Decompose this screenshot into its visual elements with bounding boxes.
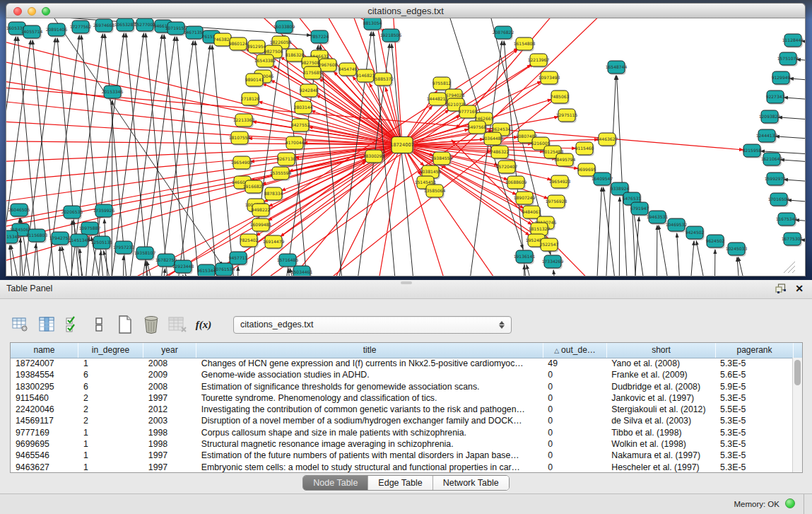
graph-node[interactable] (382, 29, 399, 42)
graph-node[interactable] (245, 180, 262, 193)
table-cell[interactable]: 0 (543, 462, 606, 472)
table-row[interactable]: 969969511998Structural magnetic resonanc… (11, 438, 793, 450)
graph-node[interactable] (551, 90, 568, 103)
graph-node[interactable] (668, 218, 685, 231)
table-cell[interactable]: 6 (78, 369, 143, 380)
table-cell[interactable]: Wolkin et al. (1998) (606, 438, 715, 450)
table-cell[interactable]: 2 (78, 392, 143, 404)
graph-node[interactable] (551, 175, 568, 188)
table-cell[interactable]: 0 (543, 381, 606, 392)
graph-node[interactable] (104, 86, 121, 98)
graph-node[interactable] (761, 110, 778, 123)
table-cell[interactable]: 5.3E-5 (715, 415, 793, 426)
table-cell[interactable]: 9777169 (11, 427, 78, 438)
graph-node[interactable] (495, 26, 512, 39)
graph-node[interactable] (115, 241, 132, 254)
graph-node[interactable] (186, 26, 203, 39)
graph-node[interactable] (523, 206, 540, 218)
graph-node[interactable] (230, 252, 247, 264)
table-cell[interactable]: 0 (543, 392, 606, 404)
table-panel-header[interactable]: Table Panel ✕ (0, 280, 812, 299)
table-cell[interactable]: 5.3E-5 (715, 438, 793, 450)
table-cell[interactable]: 5.3E-5 (715, 450, 793, 461)
table-row[interactable]: 1830029562008Estimation of significance … (11, 381, 793, 392)
graph-node[interactable] (433, 152, 450, 165)
graph-node[interactable] (507, 176, 524, 189)
table-cell[interactable]: Embryonic stem cells: a model to study s… (196, 462, 543, 472)
graph-node[interactable] (295, 101, 312, 114)
table-cell[interactable]: 2003 (143, 415, 196, 426)
graph-node[interactable] (608, 61, 625, 74)
graph-node[interactable] (778, 213, 795, 226)
graph-node[interactable] (246, 74, 263, 86)
table-cell[interactable]: 1 (78, 358, 143, 369)
graph-node[interactable] (175, 260, 192, 273)
table-cell[interactable]: 2012 (143, 404, 196, 415)
table-cell[interactable]: 5.5E-5 (715, 404, 793, 415)
graph-node[interactable] (357, 69, 374, 82)
close-panel-icon[interactable]: ✕ (795, 283, 804, 294)
table-cell[interactable]: 1998 (143, 438, 196, 450)
graph-node[interactable] (198, 264, 215, 276)
table-cell[interactable]: Dudbridge et al. (2008) (606, 381, 715, 392)
table-cell[interactable]: 2 (78, 415, 143, 426)
graph-node[interactable] (71, 234, 88, 247)
column-visibility-icon[interactable] (37, 315, 56, 334)
graph-node[interactable] (95, 19, 112, 32)
delete-rows-icon[interactable] (142, 315, 160, 334)
graph-node[interactable] (576, 142, 593, 155)
function-builder-icon[interactable]: f(x) (194, 315, 213, 334)
graph-node[interactable] (311, 30, 328, 43)
new-table-icon[interactable] (116, 315, 134, 334)
graph-node[interactable] (6, 230, 18, 243)
table-cell[interactable]: 0 (543, 438, 606, 450)
table-cell[interactable]: 1 (78, 462, 143, 472)
table-cell[interactable]: 9699695 (11, 438, 78, 450)
table-cell[interactable]: 1998 (143, 427, 196, 438)
table-cell[interactable]: 5.3E-5 (715, 358, 793, 369)
graph-node[interactable] (257, 54, 273, 67)
table-settings-icon[interactable] (11, 315, 30, 334)
graph-node[interactable] (484, 132, 501, 145)
table-row[interactable]: 1456911722003Disruption of a novel membe… (11, 415, 793, 426)
table-cell[interactable]: Disruption of a novel member of a sodium… (196, 415, 543, 426)
graph-node[interactable] (48, 23, 65, 36)
graph-node[interactable] (767, 90, 784, 103)
window-titlebar[interactable]: citations_edges.txt (6, 3, 806, 18)
table-cell[interactable]: 1 (78, 438, 143, 450)
table-cell[interactable]: 2008 (143, 381, 196, 392)
graph-node[interactable] (278, 153, 295, 165)
graph-node[interactable] (300, 84, 317, 97)
panel-split-icon[interactable] (90, 315, 108, 334)
table-cell[interactable]: 5.3E-5 (715, 427, 793, 438)
column-header-pagerank[interactable]: pagerank (716, 343, 794, 358)
graph-node[interactable] (541, 238, 558, 251)
table-row[interactable]: 911546021997Tourette syndrome. Phenomeno… (11, 392, 793, 404)
column-header-year[interactable]: year (143, 343, 196, 358)
table-cell[interactable]: 18300295 (11, 381, 78, 392)
table-cell[interactable]: Estimation of significance thresholds fo… (196, 381, 543, 392)
tab-network-table[interactable]: Network Table (433, 476, 509, 490)
graph-node[interactable] (235, 114, 252, 127)
graph-node[interactable] (594, 173, 611, 185)
table-cell[interactable]: 9465546 (11, 450, 78, 461)
graph-node[interactable] (272, 167, 289, 180)
graph-node[interactable] (81, 222, 98, 235)
graph-node[interactable] (770, 193, 787, 206)
table-selector-dropdown[interactable]: citations_edges.txt (233, 316, 512, 334)
table-cell[interactable]: Structural magnetic resonance image aver… (196, 438, 543, 450)
graph-node[interactable] (8, 22, 25, 35)
table-cell[interactable]: 1 (78, 450, 143, 461)
graph-node[interactable] (64, 206, 81, 218)
table-row[interactable]: 946554611997Estimation of the future num… (11, 450, 793, 461)
graph-node[interactable] (293, 266, 310, 276)
graph-node[interactable] (686, 226, 703, 239)
graph-node[interactable] (233, 156, 250, 169)
table-cell[interactable]: Corpus callosum shape and size in male p… (196, 427, 543, 438)
graph-node[interactable] (556, 153, 573, 166)
graph-node[interactable] (631, 202, 648, 215)
table-cell[interactable]: 0 (543, 427, 606, 438)
column-header-in_degree[interactable]: in_degree (78, 343, 143, 358)
tab-node-table[interactable]: Node Table (303, 476, 368, 490)
graph-node[interactable] (242, 93, 259, 105)
